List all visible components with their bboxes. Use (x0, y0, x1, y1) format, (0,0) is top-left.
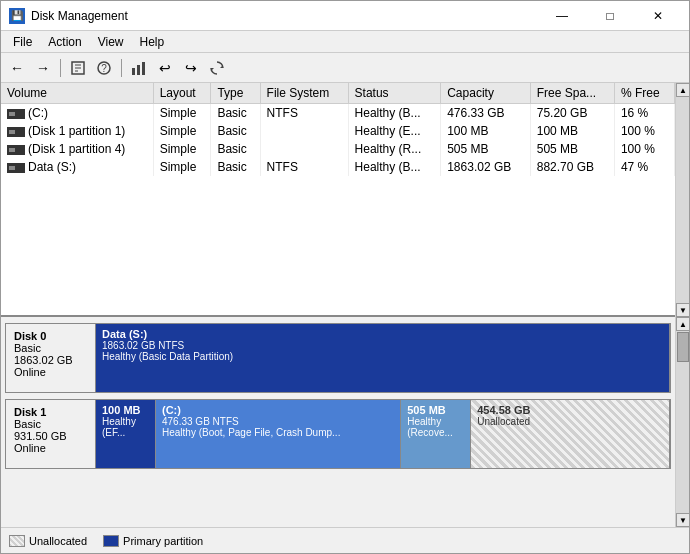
table-section: Volume Layout Type File System Status Ca… (1, 83, 689, 317)
disk-size: 931.50 GB (14, 430, 87, 442)
disk-management-window: 💾 Disk Management — □ ✕ File Action View… (0, 0, 690, 554)
svg-text:?: ? (101, 63, 107, 74)
legend-bar: Unallocated Primary partition (1, 527, 689, 553)
col-pct-free[interactable]: % Free (614, 83, 674, 104)
minimize-button[interactable]: — (539, 1, 585, 31)
cell-pct-free: 100 % (614, 122, 674, 140)
legend-primary: Primary partition (103, 535, 203, 547)
cell-free-space: 505 MB (530, 140, 614, 158)
menu-action[interactable]: Action (40, 33, 89, 51)
cell-capacity: 505 MB (441, 140, 531, 158)
toolbar-chart[interactable] (127, 56, 151, 80)
disk-scrollbar[interactable]: ▲ ▼ (675, 317, 689, 527)
disk-rows-container: Disk 0 Basic 1863.02 GB Online Data (S:)… (1, 317, 675, 527)
partitions-1: 100 MB Healthy (EF... (C:) 476.33 GB NTF… (96, 400, 670, 468)
partition-1-3[interactable]: 454.58 GB Unallocated (471, 400, 670, 468)
maximize-button[interactable]: □ (587, 1, 633, 31)
col-layout[interactable]: Layout (153, 83, 211, 104)
disk-scroll-track[interactable] (676, 331, 689, 513)
cell-volume: (C:) (1, 104, 153, 123)
menu-view[interactable]: View (90, 33, 132, 51)
legend-unallocated: Unallocated (9, 535, 87, 547)
toolbar-refresh[interactable] (205, 56, 229, 80)
partition-1-0[interactable]: 100 MB Healthy (EF... (96, 400, 156, 468)
close-button[interactable]: ✕ (635, 1, 681, 31)
disk-label-0: Disk 0 Basic 1863.02 GB Online (6, 324, 96, 392)
cell-status: Healthy (B... (348, 104, 441, 123)
cell-volume: (Disk 1 partition 1) (1, 122, 153, 140)
cell-capacity: 100 MB (441, 122, 531, 140)
scroll-down-arrow[interactable]: ▼ (676, 303, 689, 317)
part-status: Healthy (Basic Data Partition) (102, 351, 663, 362)
col-filesystem[interactable]: File System (260, 83, 348, 104)
cell-status: Healthy (R... (348, 140, 441, 158)
part-status: Healthy (EF... (102, 416, 149, 438)
table-header-row: Volume Layout Type File System Status Ca… (1, 83, 675, 104)
col-type[interactable]: Type (211, 83, 260, 104)
disk-scroll-thumb[interactable] (677, 332, 689, 362)
cell-layout: Simple (153, 104, 211, 123)
col-status[interactable]: Status (348, 83, 441, 104)
toolbar-separator-2 (121, 59, 122, 77)
cell-status: Healthy (E... (348, 122, 441, 140)
disk-scroll-down[interactable]: ▼ (676, 513, 689, 527)
col-volume[interactable]: Volume (1, 83, 153, 104)
legend-primary-label: Primary partition (123, 535, 203, 547)
toolbar-help[interactable]: ? (92, 56, 116, 80)
cell-type: Basic (211, 122, 260, 140)
menu-file[interactable]: File (5, 33, 40, 51)
partition-0-0[interactable]: Data (S:) 1863.02 GB NTFS Healthy (Basic… (96, 324, 670, 392)
disk-type: Basic (14, 418, 87, 430)
cell-type: Basic (211, 104, 260, 123)
cell-free-space: 100 MB (530, 122, 614, 140)
disk-size: 1863.02 GB (14, 354, 87, 366)
part-name: 505 MB (407, 404, 464, 416)
title-bar-left: 💾 Disk Management (9, 8, 128, 24)
table-row[interactable]: (Disk 1 partition 1) Simple Basic Health… (1, 122, 675, 140)
toolbar-forward[interactable]: → (31, 56, 55, 80)
menu-help[interactable]: Help (132, 33, 173, 51)
app-icon: 💾 (9, 8, 25, 24)
cell-type: Basic (211, 158, 260, 176)
part-status: Healthy (Boot, Page File, Crash Dump... (162, 427, 394, 438)
toolbar-redo[interactable]: ↪ (179, 56, 203, 80)
table-row[interactable]: Data (S:) Simple Basic NTFS Healthy (B..… (1, 158, 675, 176)
table-row[interactable]: (C:) Simple Basic NTFS Healthy (B... 476… (1, 104, 675, 123)
partition-1-2[interactable]: 505 MB Healthy (Recove... (401, 400, 471, 468)
disk-status: Online (14, 442, 87, 454)
disk-name: Disk 1 (14, 406, 87, 418)
table-scrollbar[interactable]: ▲ ▼ (675, 83, 689, 317)
disk-view-section: Disk 0 Basic 1863.02 GB Online Data (S:)… (1, 317, 689, 527)
disk-status: Online (14, 366, 87, 378)
cell-capacity: 476.33 GB (441, 104, 531, 123)
volume-table: Volume Layout Type File System Status Ca… (1, 83, 675, 176)
col-capacity[interactable]: Capacity (441, 83, 531, 104)
toolbar-separator-1 (60, 59, 61, 77)
part-name: Data (S:) (102, 328, 663, 340)
col-free-space[interactable]: Free Spa... (530, 83, 614, 104)
cell-volume: (Disk 1 partition 4) (1, 140, 153, 158)
cell-capacity: 1863.02 GB (441, 158, 531, 176)
partition-1-1[interactable]: (C:) 476.33 GB NTFS Healthy (Boot, Page … (156, 400, 401, 468)
table-row[interactable]: (Disk 1 partition 4) Simple Basic Health… (1, 140, 675, 158)
cell-layout: Simple (153, 122, 211, 140)
svg-rect-8 (142, 62, 145, 75)
toolbar-properties[interactable] (66, 56, 90, 80)
cell-pct-free: 16 % (614, 104, 674, 123)
scroll-up-arrow[interactable]: ▲ (676, 83, 689, 97)
disk-label-1: Disk 1 Basic 931.50 GB Online (6, 400, 96, 468)
scroll-track[interactable] (676, 97, 689, 303)
disk-row-1: Disk 1 Basic 931.50 GB Online 100 MB Hea… (5, 399, 671, 469)
toolbar-back[interactable]: ← (5, 56, 29, 80)
disk-type: Basic (14, 342, 87, 354)
cell-layout: Simple (153, 140, 211, 158)
partitions-0: Data (S:) 1863.02 GB NTFS Healthy (Basic… (96, 324, 670, 392)
cell-free-space: 882.70 GB (530, 158, 614, 176)
main-content: Volume Layout Type File System Status Ca… (1, 83, 689, 553)
toolbar-undo[interactable]: ↩ (153, 56, 177, 80)
volume-table-container: Volume Layout Type File System Status Ca… (1, 83, 675, 317)
disk-scroll-up[interactable]: ▲ (676, 317, 689, 331)
cell-type: Basic (211, 140, 260, 158)
cell-free-space: 75.20 GB (530, 104, 614, 123)
part-size: 1863.02 GB NTFS (102, 340, 663, 351)
